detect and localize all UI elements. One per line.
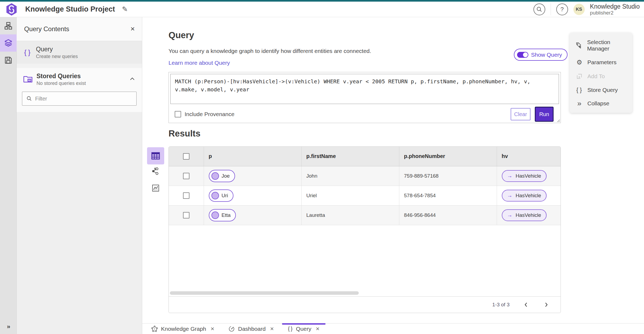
panel-header: Query Contents ✕ [17, 17, 142, 41]
cell-phone: 759-889-57168 [399, 166, 497, 186]
relationship-pill[interactable]: →HasVehicle [502, 190, 547, 202]
toggle-switch [517, 52, 528, 58]
cell-phone: 578-654-7854 [399, 186, 497, 205]
app-name: Knowledge Studio [590, 3, 640, 10]
results-heading: Results [169, 128, 200, 139]
tab-label: Dashboard [238, 326, 266, 332]
filter-field [22, 92, 137, 106]
select-all-checkbox[interactable] [183, 153, 189, 160]
run-button[interactable]: Run [535, 107, 554, 122]
filter-input[interactable] [35, 96, 124, 102]
layers-icon [4, 39, 12, 47]
arrow-right-icon: → [507, 192, 513, 199]
hierarchy-icon [4, 22, 12, 30]
stored-queries-subtitle: No stored queries exist [36, 81, 86, 86]
save-icon [4, 56, 12, 64]
tab-dashboard[interactable]: Dashboard ✕ [221, 324, 281, 334]
toggle-label: Show Query [531, 52, 562, 58]
dashboard-gauge-icon [228, 326, 235, 332]
app-logo[interactable] [5, 3, 18, 16]
panel-section-gap [17, 64, 142, 68]
query-description: You can query a knowledge graph to ident… [169, 48, 371, 54]
query-textarea[interactable]: MATCH (p:Person)-[hv:HasVehicle]->(v:Veh… [170, 74, 559, 104]
search-button[interactable] [533, 3, 545, 15]
arrow-right-icon: → [507, 212, 513, 218]
parameters-item[interactable]: ⚙ Parameters [570, 59, 632, 66]
close-icon[interactable]: ✕ [270, 326, 274, 332]
previous-page-button[interactable] [522, 301, 530, 309]
column-header-firstname[interactable]: p.firstName [301, 147, 399, 166]
pagination-row: 1-3 of 3 [169, 296, 561, 313]
user-block: Knowledge Studio publisher2 [590, 3, 640, 16]
chevron-left-icon [524, 302, 528, 307]
user-name: publisher2 [590, 10, 640, 16]
close-icon[interactable]: ✕ [130, 26, 135, 32]
column-header-p[interactable]: p [204, 147, 301, 166]
learn-more-link[interactable]: Learn more about Query [169, 60, 230, 66]
table-header-row: p p.firstName p.phoneNumber hv [169, 147, 561, 166]
search-icon [536, 6, 542, 12]
chevron-right-icon [544, 302, 548, 307]
chevron-up-icon[interactable] [130, 77, 135, 82]
close-icon[interactable]: ✕ [210, 326, 214, 332]
rail-save-button[interactable] [0, 52, 17, 69]
rail-expand-chevrons[interactable]: ›› [0, 323, 17, 330]
query-item-subtitle: Create new queries [36, 54, 78, 59]
results-table-card: p p.firstName p.phoneNumber hv Joe John … [169, 146, 561, 313]
curly-braces-icon: { } [288, 326, 293, 332]
add-to-item: Add To [570, 73, 632, 80]
show-query-toggle[interactable]: Show Query [514, 49, 568, 61]
table-view-button[interactable] [147, 147, 164, 164]
node-pill[interactable]: Etta [209, 209, 236, 221]
selection-manager-item[interactable]: Selection Manager [570, 39, 632, 52]
next-page-button[interactable] [542, 301, 550, 309]
table-view-icon [151, 152, 160, 160]
query-controls-row: Include Provenance Clear Run [169, 106, 561, 123]
tab-knowledge-graph[interactable]: Knowledge Graph ✕ [144, 324, 221, 334]
pagination-range: 1-3 of 3 [492, 302, 510, 308]
include-provenance-checkbox[interactable] [175, 111, 181, 117]
stored-queries-header[interactable]: Stored Queries No stored queries exist [17, 68, 142, 91]
relationship-pill[interactable]: →HasVehicle [502, 209, 547, 221]
tab-label: Query [296, 326, 311, 332]
selection-manager-icon [576, 42, 583, 49]
cell-firstname: Lauretta [301, 205, 399, 225]
rail-layers-button[interactable] [0, 34, 17, 52]
include-provenance: Include Provenance [175, 111, 235, 117]
bottom-tab-bar: Knowledge Graph ✕ Dashboard ✕ { } Query … [142, 323, 644, 334]
gear-icon: ⚙ [576, 59, 583, 66]
tab-query[interactable]: { } Query ✕ [281, 324, 327, 334]
node-circle-icon [211, 192, 219, 199]
node-pill[interactable]: Uri [209, 189, 233, 202]
folder-icon [23, 74, 36, 84]
chart-view-button[interactable] [150, 182, 162, 194]
store-query-item[interactable]: { } Store Query [570, 87, 632, 94]
project-title: Knowledge Studio Project [25, 5, 115, 13]
knowledge-graph-icon [151, 326, 158, 332]
results-table: p p.firstName p.phoneNumber hv Joe John … [169, 147, 561, 225]
cell-firstname: Uriel [301, 186, 399, 205]
table-row: Etta Lauretta 846-956-8644 →HasVehicle [169, 205, 561, 225]
relationship-pill[interactable]: →HasVehicle [502, 170, 547, 182]
query-heading: Query [169, 30, 194, 40]
clear-button[interactable]: Clear [511, 108, 530, 120]
avatar[interactable]: KS [573, 4, 585, 15]
horizontal-scrollbar[interactable] [170, 291, 359, 295]
edit-title-pencil-icon[interactable]: ✎ [122, 5, 128, 13]
row-checkbox[interactable] [183, 212, 189, 218]
column-header-phonenumber[interactable]: p.phoneNumber [399, 147, 497, 166]
help-button[interactable]: ? [556, 3, 568, 15]
graph-view-button[interactable] [150, 165, 162, 177]
node-pill[interactable]: Joe [209, 170, 235, 182]
collapse-item[interactable]: » Collapse [570, 100, 632, 107]
close-icon[interactable]: ✕ [316, 326, 320, 332]
sidebar-item-query[interactable]: { } Query Create new queries [17, 41, 142, 64]
curly-braces-icon: { } [24, 48, 36, 57]
search-icon [27, 96, 32, 101]
row-checkbox[interactable] [183, 192, 189, 199]
row-checkbox[interactable] [183, 173, 189, 179]
panel-title: Query Contents [24, 25, 69, 33]
add-to-icon [576, 73, 583, 80]
rail-hierarchy-button[interactable] [0, 17, 17, 34]
column-header-hv[interactable]: hv [497, 147, 561, 166]
